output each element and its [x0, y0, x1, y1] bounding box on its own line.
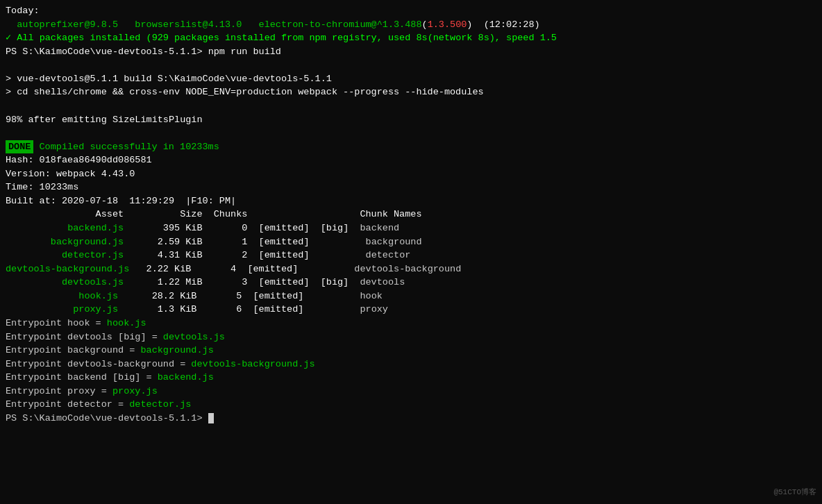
- blank-2: [6, 99, 816, 113]
- table-row-detector: detector.js 4.31 KiB 2 [emitted] detecto…: [6, 249, 816, 262]
- table-row-hook: hook.js 28.2 KiB 5 [emitted] hook: [6, 289, 816, 303]
- version-line: Version: webpack 4.43.0: [6, 167, 816, 181]
- table-row-proxy: proxy.js 1.3 KiB 6 [emitted] proxy: [6, 303, 816, 317]
- builtat-line: Built at: 2020-07-18 11:29:29 |F10: PM|: [6, 194, 816, 208]
- entrypoint-hook: Entrypoint hook = hook.js: [6, 317, 816, 330]
- watermark: @51CTO博客: [773, 487, 816, 498]
- build-line-2: > cd shells/chrome && cross-env NODE_ENV…: [6, 85, 816, 99]
- entrypoint-backend: Entrypoint backend [big] = backend.js: [6, 371, 816, 385]
- table-row-backend: backend.js 395 KiB 0 [emitted] [big] bac…: [6, 221, 816, 235]
- entrypoint-devtools: Entrypoint devtools [big] = devtools.js: [6, 330, 816, 344]
- entrypoint-detector: Entrypoint detector = detector.js: [6, 398, 816, 412]
- time-line: Time: 10233ms: [6, 180, 816, 194]
- ps-prompt-1: PS S:\KaimoCode\vue-devtools-5.1.1> npm …: [6, 45, 816, 59]
- ps-prompt-2[interactable]: PS S:\KaimoCode\vue-devtools-5.1.1>: [6, 412, 816, 426]
- build-line-1: > vue-devtools@5.1.1 build S:\KaimoCode\…: [6, 72, 816, 86]
- autoprefixer-line: autoprefixer@9.8.5 browserslist@4.13.0 e…: [6, 18, 816, 32]
- entrypoint-proxy: Entrypoint proxy = proxy.js: [6, 385, 816, 398]
- all-packages-line: ✓ All packages installed (929 packages i…: [6, 31, 816, 45]
- cursor: [208, 413, 214, 423]
- entrypoint-devtools-bg: Entrypoint devtools-background = devtool…: [6, 358, 816, 371]
- table-row-devtools: devtools.js 1.22 MiB 3 [emitted] [big] d…: [6, 276, 816, 289]
- hash-line: Hash: 018faea86490dd086581: [6, 153, 816, 167]
- done-badge: DONE: [6, 140, 33, 154]
- today-line: Today:: [6, 4, 816, 18]
- progress-line: 98% after emitting SizeLimitsPlugin: [6, 113, 816, 127]
- table-row-background: background.js 2.59 KiB 1 [emitted] backg…: [6, 235, 816, 249]
- terminal-window: Today: autoprefixer@9.8.5 browserslist@4…: [6, 4, 816, 504]
- table-row-devtools-bg: devtools-background.js 2.22 KiB 4 [emitt…: [6, 262, 816, 276]
- blank-3: [6, 126, 816, 140]
- table-header: Asset Size Chunks Chunk Names: [6, 208, 816, 221]
- entrypoint-background: Entrypoint background = background.js: [6, 344, 816, 358]
- done-line: DONE Compiled successfully in 10233ms: [6, 140, 816, 154]
- blank-1: [6, 58, 816, 72]
